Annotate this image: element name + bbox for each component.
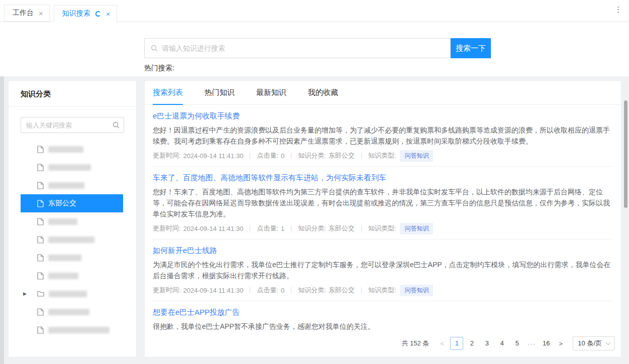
meta-divider <box>250 225 250 231</box>
result-body: 很抱歉，我单位e巴士APP暂不承接广告业务，感谢您对我单位的关注。 <box>153 321 613 332</box>
category-item-redacted[interactable] <box>21 267 123 285</box>
window-tabbar: 工作台 × 知识搜索 × ⋮ <box>0 0 629 22</box>
result-item: 车来了、百度地图、高德地图等软件显示有车进站，为何实际未看到车 您好！车来了、百… <box>153 166 613 239</box>
meta-divider <box>361 287 362 293</box>
result-list: e巴士退票为何收取手续费 您好！因退票过程中产生的资源浪费以及后台业务量的增加等… <box>145 105 621 334</box>
pagination-bar: 共 152 条 < 1 2 3 4 5 ··· 16 > 10 条/页 <box>145 334 621 357</box>
meta-clicks-label: 点击量: <box>257 286 278 295</box>
category-item-redacted[interactable] <box>21 230 123 249</box>
category-item-folder-redacted[interactable]: ▶ <box>21 285 123 303</box>
result-title-link[interactable]: 想要在e巴士APP投放广告 <box>153 308 613 317</box>
meta-updated-value: 2024-09-14 11:41:30 <box>183 287 244 294</box>
meta-updated-label: 更新时间: <box>153 224 181 233</box>
tab-my-favorites[interactable]: 我的收藏 <box>308 81 338 105</box>
document-icon <box>37 308 44 316</box>
category-label-redacted <box>48 255 81 261</box>
meta-clicks-value: 1 <box>281 225 284 232</box>
category-item-redacted[interactable] <box>21 212 123 230</box>
category-filter-wrapper <box>21 117 124 133</box>
category-item-redacted[interactable] <box>21 321 123 339</box>
category-label-redacted <box>49 291 87 297</box>
close-icon[interactable]: × <box>106 10 111 18</box>
workspace: 知识分类 <box>0 76 629 364</box>
document-icon <box>37 146 44 153</box>
result-title-link[interactable]: e巴士退票为何收取手续费 <box>153 111 613 121</box>
category-label-redacted <box>48 273 78 279</box>
document-icon <box>37 236 44 244</box>
category-item-redacted[interactable] <box>21 140 123 158</box>
pagination-ellipsis-icon[interactable]: ··· <box>526 340 538 347</box>
pagination-next-icon[interactable]: > <box>555 340 567 347</box>
category-label-redacted <box>48 236 94 243</box>
tab-hot-knowledge[interactable]: 热门知识 <box>204 81 235 105</box>
left-edge-strip <box>0 76 4 364</box>
category-filter-input[interactable] <box>21 117 124 133</box>
meta-updated-label: 更新时间: <box>153 151 181 160</box>
meta-divider <box>291 153 291 159</box>
category-item-redacted[interactable] <box>21 303 123 321</box>
pagination-page-1[interactable]: 1 <box>450 337 463 350</box>
pagination-page-3[interactable]: 3 <box>480 337 493 350</box>
search-row: 搜索一下 <box>144 38 491 58</box>
pagination-page-16[interactable]: 16 <box>540 337 553 350</box>
refresh-icon[interactable] <box>95 11 101 17</box>
meta-divider <box>361 225 362 231</box>
meta-category-label: 知识分类: <box>298 224 326 233</box>
document-icon <box>37 164 44 171</box>
folder-icon <box>37 291 44 297</box>
category-item-dongbu-bus[interactable]: 东部公交 <box>21 194 123 212</box>
result-body: 您好！车来了、百度地图、高德地图等软件均为第三方平台提供的查车软件，并非我单位实… <box>153 186 613 219</box>
result-title-link[interactable]: 如何新开e巴士线路 <box>153 246 613 256</box>
tab-workbench[interactable]: 工作台 × <box>4 5 50 22</box>
result-title-link[interactable]: 车来了、百度地图、高德地图等软件显示有车进站，为何实际未看到车 <box>153 173 613 183</box>
search-input-wrapper <box>144 38 451 58</box>
meta-divider <box>361 153 362 159</box>
knowledge-search-app: 工作台 × 知识搜索 × ⋮ 搜索一下 热门搜索: <box>0 0 629 364</box>
pagination-prev-icon[interactable]: < <box>436 340 448 347</box>
close-icon[interactable]: × <box>39 10 43 17</box>
category-label-redacted <box>48 327 110 333</box>
meta-divider <box>291 287 291 293</box>
meta-clicks-label: 点击量: <box>257 224 278 233</box>
knowledge-type-badge: 问答知识 <box>400 150 433 162</box>
document-icon <box>37 254 44 262</box>
pagination-page-2[interactable]: 2 <box>465 337 478 350</box>
tab-latest-knowledge[interactable]: 最新知识 <box>256 81 286 105</box>
category-tree: 东部公交 ▶ <box>9 138 136 357</box>
search-icon <box>151 45 158 52</box>
category-item-redacted[interactable] <box>21 249 123 267</box>
knowledge-search-input[interactable] <box>162 44 444 52</box>
meta-type-label: 知识类型: <box>368 224 396 233</box>
meta-category-value: 东部公交 <box>329 151 355 160</box>
category-item-redacted[interactable] <box>21 158 123 176</box>
result-item: 如何新开e巴士线路 为满足市民的个性化出行需求，我单位e巴士推行了定制约车服务，… <box>153 239 613 301</box>
category-item-redacted[interactable] <box>21 176 123 194</box>
results-panel: 搜索列表 热门知识 最新知识 我的收藏 e巴士退票为何收取手续费 您好！因退票过… <box>144 80 621 357</box>
page-size-select[interactable]: 10 条/页 <box>573 336 615 350</box>
meta-type-label: 知识类型: <box>368 151 396 160</box>
expand-caret-icon[interactable]: ▶ <box>23 291 27 296</box>
meta-type-label: 知识类型: <box>368 286 396 295</box>
result-meta: 更新时间:2024-09-14 11:41:30 点击量:1 知识分类:东部公交… <box>153 223 613 234</box>
result-body: 您好！因退票过程中产生的资源浪费以及后台业务量的增加等，为了减少不必要的重复购票… <box>153 125 613 147</box>
meta-clicks-value: 0 <box>281 287 284 294</box>
vertical-scrollbar-thumb[interactable] <box>624 100 627 208</box>
search-button[interactable]: 搜索一下 <box>451 38 491 58</box>
meta-divider <box>250 287 250 293</box>
pagination-page-5[interactable]: 5 <box>510 337 523 350</box>
category-label-redacted <box>48 164 91 171</box>
knowledge-type-badge: 问答知识 <box>400 223 433 234</box>
tab-knowledge-search[interactable]: 知识搜索 × <box>54 5 117 22</box>
more-menu-icon[interactable]: ⋮ <box>614 6 622 13</box>
category-label-redacted <box>48 146 83 153</box>
tab-search-list[interactable]: 搜索列表 <box>153 81 183 105</box>
tab-workbench-label: 工作台 <box>13 9 34 18</box>
chevron-down-icon <box>606 340 611 345</box>
pagination-page-4[interactable]: 4 <box>495 337 508 350</box>
hot-search-row: 热门搜索: <box>144 64 506 73</box>
category-label-redacted <box>48 218 77 225</box>
document-icon <box>37 326 44 334</box>
meta-updated-value: 2024-09-14 11:41:30 <box>183 225 244 232</box>
search-icon <box>113 122 120 129</box>
meta-clicks-value: 0 <box>281 152 284 160</box>
